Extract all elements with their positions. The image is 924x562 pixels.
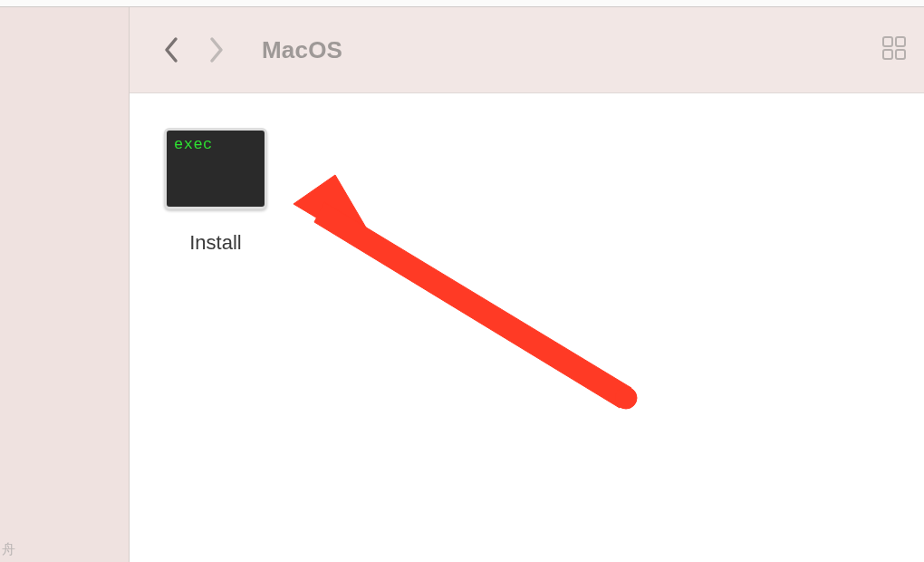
svg-rect-2 — [883, 50, 892, 59]
executable-icon-text: exec — [174, 136, 213, 153]
file-label: Install — [189, 231, 241, 255]
file-item-install[interactable]: exec Install — [157, 128, 274, 255]
svg-rect-1 — [896, 37, 905, 46]
forward-button[interactable] — [204, 32, 229, 68]
folder-content: exec Install — [130, 93, 924, 562]
executable-icon: exec — [164, 128, 267, 209]
svg-rect-3 — [896, 50, 905, 59]
sidebar-footer-text: 舟 — [2, 541, 15, 558]
grid-view-icon — [881, 34, 908, 62]
back-button[interactable] — [159, 32, 184, 68]
folder-title: MacOS — [262, 36, 342, 64]
chevron-right-icon — [208, 36, 225, 63]
main-panel: MacOS exec Install — [129, 7, 924, 562]
window-top-strip — [0, 0, 924, 7]
svg-rect-0 — [883, 37, 892, 46]
chevron-left-icon — [163, 36, 179, 63]
sidebar: 舟 — [0, 7, 129, 562]
toolbar: MacOS — [130, 7, 924, 93]
view-options-button[interactable] — [881, 34, 908, 65]
